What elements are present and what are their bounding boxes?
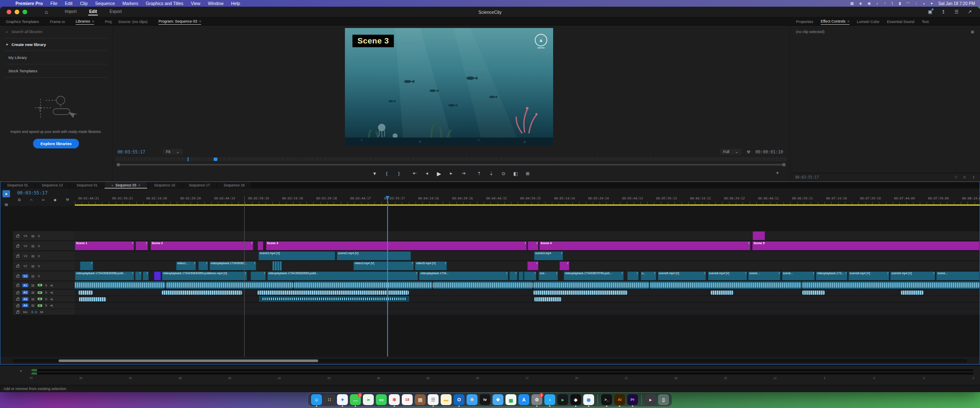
lift-icon[interactable]: ⇡ (476, 171, 482, 176)
meter-options-icon[interactable]: ▾ (20, 369, 22, 373)
clip-scene-4[interactable]: Scene 4ƒ (539, 241, 750, 250)
clip-scene-3[interactable]: Scene 3ƒ (266, 241, 527, 250)
dock-trash-icon[interactable]: ▯ (658, 394, 669, 405)
solo-track-button[interactable]: S (45, 297, 47, 301)
menu-window[interactable]: Window (204, 1, 227, 6)
dock-calendar-icon[interactable]: 18 (402, 394, 413, 405)
mute-track-button[interactable]: M (38, 304, 42, 307)
tab-effect-controls[interactable]: Effect Controls≡ (821, 18, 850, 25)
source-patch-icon[interactable]: ▤ (31, 303, 35, 307)
tab-frame-io[interactable]: Frame.io (50, 19, 65, 25)
clip-item[interactable]: ƒ (143, 271, 149, 280)
clip-scene3-mp4[interactable]: scene3.mp4ƒ (534, 251, 563, 260)
zoom-bar-right-handle[interactable] (782, 163, 786, 166)
clip-scene[interactable]: scene... (936, 271, 980, 280)
scrubber-in-marker[interactable] (188, 157, 189, 161)
solo-track-button[interactable]: S (45, 303, 47, 307)
mute-track-button[interactable]: M (38, 291, 42, 294)
toggle-track-output-icon[interactable]: ⊙ (38, 264, 41, 268)
clip-item[interactable] (258, 290, 408, 296)
track-badge-v1[interactable]: V1 (22, 274, 28, 278)
timeline-settings-icon[interactable]: ⚒ (66, 198, 69, 202)
clip-scene[interactable]: scene...ƒ (782, 271, 815, 280)
wifi-icon[interactable]: ◠ (906, 1, 910, 5)
clip-item[interactable] (533, 281, 649, 289)
track-header-v3[interactable]: V3▤⊙ (13, 251, 75, 260)
dock-books-icon[interactable]: ▤ (415, 394, 426, 405)
dock-notes-icon[interactable]: ▬ (441, 394, 452, 405)
track-badge-a2[interactable]: A2 (22, 291, 28, 294)
close-window-button[interactable] (7, 10, 11, 14)
playback-resolution-dropdown[interactable]: Full ⌄ (720, 149, 742, 155)
track-lock-icon[interactable] (16, 275, 19, 278)
track-lock-icon[interactable] (16, 311, 19, 314)
track-header-mix[interactable]: Mix0.0⋈ (13, 309, 75, 315)
program-video-frame[interactable]: Scene 3 ▲ (345, 28, 553, 145)
timeline-horizontal-scrollbar[interactable] (13, 359, 967, 362)
dock-dev-terminal-icon[interactable]: ▸ (557, 394, 568, 405)
linked-selection-icon[interactable]: ∞ (42, 198, 44, 202)
track-lock-icon[interactable] (16, 265, 19, 268)
clip-item[interactable]: ƒ (528, 241, 538, 250)
panel-menu-icon[interactable]: ≡ (847, 20, 850, 23)
track-badge-v2[interactable]: V2 (22, 264, 28, 268)
dock-illustrator-icon[interactable]: Ai (614, 394, 625, 405)
clip-item[interactable]: ƒ (135, 271, 142, 280)
snap-icon[interactable]: ∩ (30, 198, 32, 202)
track-header-v1[interactable]: V1▤⊙ (13, 271, 75, 280)
track-badge-v3[interactable]: V3 (22, 254, 28, 258)
tab-properties[interactable]: Properties (796, 19, 813, 25)
clip-item[interactable] (802, 281, 980, 289)
clip-videoplayback-173[interactable]: videoplayback.173...ƒ (816, 271, 847, 280)
sequence-tab-sequence-13[interactable]: Sequence 13 (35, 182, 70, 189)
zoom-bar-left-handle[interactable] (117, 163, 120, 166)
dock-window-preview-icon[interactable]: ▸ (645, 394, 656, 405)
mute-track-button[interactable]: M (38, 284, 42, 286)
sequence-tab-sequence-01[interactable]: Sequence 01 (70, 182, 105, 189)
home-icon[interactable]: ⌂ (45, 9, 48, 15)
clip-item[interactable] (273, 261, 282, 270)
clip-videoplayback-1734150630958-publ[interactable]: videoplayback.1734150630958.publ...ƒ (75, 271, 134, 280)
mode-tab-edit[interactable]: Edit (88, 8, 98, 15)
source-patch-icon[interactable]: ▤ (31, 274, 35, 278)
display-icon[interactable]: ▦ (850, 1, 854, 5)
tab-proj[interactable]: Proj (105, 19, 112, 25)
mark-in-icon[interactable]: { (383, 171, 390, 176)
clip-sce[interactable]: sce...ƒ (538, 271, 558, 280)
monitor-zoom-bar[interactable] (117, 164, 786, 166)
clip-item[interactable] (79, 296, 106, 302)
clip-item[interactable] (154, 271, 161, 280)
track-header-a4[interactable]: A4▤MS◂) (13, 303, 75, 309)
dock-shortcuts-icon[interactable]: ❖ (493, 394, 503, 405)
dock-outlook-icon[interactable]: O (454, 394, 464, 405)
track-header-v4[interactable]: V4▤⊙ (13, 241, 75, 250)
tab-text[interactable]: Text (922, 19, 929, 25)
clip-item[interactable] (753, 231, 765, 240)
clip-item[interactable] (534, 296, 561, 302)
clip-item[interactable]: ƒ (509, 271, 518, 280)
menu-app-name[interactable]: Premiere Pro (12, 1, 46, 6)
play-around-icon[interactable]: ↻ (963, 175, 966, 179)
dock-vscode-icon[interactable]: ‹ (544, 394, 555, 405)
export-icon[interactable]: ↥ (972, 175, 975, 179)
clip-u[interactable]: u...ƒ (641, 271, 656, 280)
button-editor-icon[interactable]: + (776, 170, 779, 176)
zoom-level-dropdown[interactable]: Fit ⌄ (163, 149, 183, 155)
clip-videoplayback-1734150630959-publi[interactable]: videoplayback.1734150630959.publi...ƒ (267, 271, 418, 280)
clip-scene9-mp4-v[interactable]: scene9.mp4 [V]ƒ (890, 271, 935, 280)
clip-video1[interactable]: video1...ƒ (176, 261, 196, 270)
search-icon[interactable]: ◌ (915, 1, 917, 5)
clip-videoplayback-173433879799-pub[interactable]: videoplayback.173433879799.pub...ƒ (564, 271, 624, 280)
mix-level-value[interactable]: 0.0 (31, 310, 37, 314)
dock-numbers-icon[interactable]: ▅ (505, 394, 516, 405)
source-patch-icon[interactable]: ▤ (31, 244, 35, 248)
program-scrubber[interactable] (116, 157, 786, 161)
panel-menu-icon[interactable]: ≡ (199, 20, 202, 23)
settings-icon[interactable]: ⊞ (524, 171, 531, 176)
toggle-track-output-icon[interactable]: ⊙ (38, 234, 41, 238)
siri-icon[interactable]: ● (931, 1, 933, 5)
track-lock-icon[interactable] (16, 292, 19, 294)
mute-icon[interactable]: ♪ (876, 1, 878, 5)
share-icon[interactable]: ↥ (942, 9, 945, 15)
dock-hub-app-icon[interactable]: ◆ (570, 394, 581, 405)
